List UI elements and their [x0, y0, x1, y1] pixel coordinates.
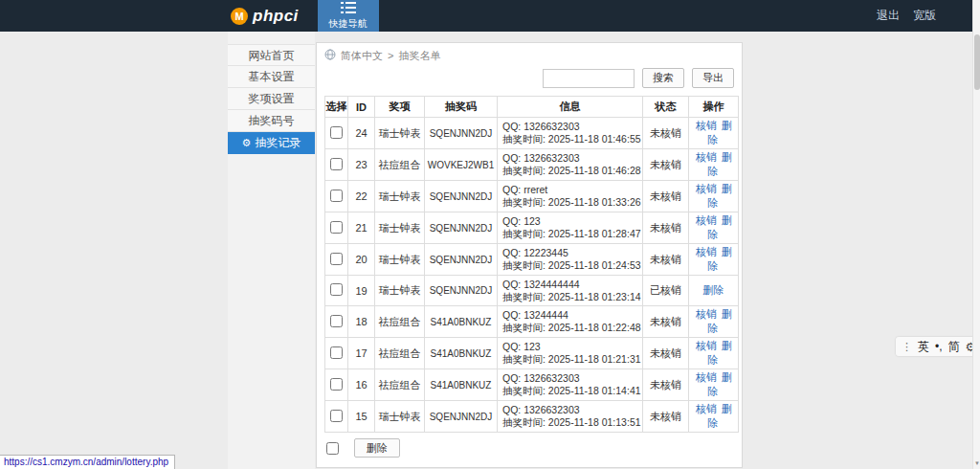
sidebar-item-prize-settings[interactable]: 奖项设置	[228, 88, 315, 110]
brand-logo[interactable]: M phpci	[231, 0, 299, 32]
row-prize: 瑞士钟表	[375, 244, 425, 276]
header-info: 信息	[498, 97, 643, 118]
row-actions: 核销 删除	[689, 118, 739, 149]
drag-handle-icon[interactable]: ⋮	[902, 341, 912, 353]
row-qq: QQ: 1326632303	[502, 404, 637, 416]
sidebar: 网站首页 基本设置 奖项设置 抽奖码号 ⚙抽奖记录	[228, 32, 315, 469]
row-code: SQENJNN2DJ	[425, 244, 498, 276]
row-time: 抽奖时间: 2025-11-18 01:28:47	[502, 228, 637, 240]
verify-link[interactable]: 核销	[696, 371, 717, 383]
row-checkbox[interactable]	[330, 158, 343, 170]
row-status: 未核销	[643, 149, 689, 181]
wide-layout-link[interactable]: 宽版	[913, 8, 936, 24]
row-prize: 祛痘组合	[375, 369, 425, 401]
row-actions: 核销 删除	[689, 244, 739, 276]
row-prize: 瑞士钟表	[375, 276, 425, 306]
scroll-down-icon[interactable]: ▼	[973, 459, 980, 467]
delete-link[interactable]: 删除	[703, 284, 724, 296]
table-row: 22 瑞士钟表 SQENJNN2DJ QQ: rreret 抽奖时间: 2025…	[325, 181, 739, 212]
header-actions: 操作	[689, 97, 739, 118]
row-actions: 核销 删除	[689, 401, 739, 433]
export-button[interactable]: 导出	[692, 68, 734, 88]
row-code: S41A0BNKUZ	[425, 369, 498, 401]
sidebar-item-label: 奖项设置	[249, 92, 295, 105]
table-header-row: 选择 ID 奖项 抽奖码 信息 状态 操作	[325, 97, 739, 118]
row-status: 未核销	[643, 118, 689, 149]
row-checkbox[interactable]	[330, 410, 343, 422]
row-qq: QQ: 1326632303	[502, 121, 637, 133]
sidebar-item-lottery-codes[interactable]: 抽奖码号	[228, 110, 315, 132]
row-checkbox[interactable]	[330, 253, 343, 265]
row-time: 抽奖时间: 2025-11-18 01:14:41	[502, 385, 637, 397]
search-input[interactable]	[543, 69, 635, 88]
row-id: 18	[348, 306, 375, 338]
row-info: QQ: 123 抽奖时间: 2025-11-18 01:21:31	[498, 338, 643, 369]
verify-link[interactable]: 核销	[696, 403, 717, 414]
row-id: 20	[348, 244, 375, 276]
row-time: 抽奖时间: 2025-11-18 01:13:51	[502, 416, 637, 429]
page-go-button[interactable]: go	[625, 467, 647, 468]
row-status: 已核销	[643, 276, 689, 306]
sidebar-item-label: 基本设置	[249, 70, 295, 83]
row-checkbox[interactable]	[330, 221, 343, 234]
row-actions: 核销 删除	[689, 306, 739, 338]
sidebar-item-lottery-records[interactable]: ⚙抽奖记录	[228, 132, 315, 154]
ime-charset-mode[interactable]: 简	[948, 339, 960, 355]
quick-nav-label: 快捷导航	[329, 17, 368, 31]
search-button[interactable]: 搜索	[642, 68, 684, 88]
logo-text: phpci	[253, 7, 299, 26]
table-row: 23 祛痘组合 WOVKEJ2WB1 QQ: 1326632303 抽奖时间: …	[325, 149, 739, 181]
ime-language-mode[interactable]: 英	[918, 339, 929, 355]
verify-link[interactable]: 核销	[696, 214, 717, 226]
row-id: 19	[348, 276, 375, 306]
row-prize: 瑞士钟表	[375, 118, 425, 149]
row-prize: 瑞士钟表	[375, 401, 425, 433]
sidebar-item-basic-settings[interactable]: 基本设置	[228, 66, 315, 88]
row-checkbox[interactable]	[330, 190, 343, 202]
ime-punctuation-mode[interactable]: •,	[935, 340, 943, 353]
verify-link[interactable]: 核销	[696, 120, 717, 131]
row-checkbox[interactable]	[330, 283, 343, 296]
verify-link[interactable]: 核销	[696, 183, 717, 194]
row-time: 抽奖时间: 2025-11-18 01:21:31	[502, 353, 637, 366]
row-status: 未核销	[643, 212, 689, 244]
row-actions: 核销 删除	[689, 369, 739, 401]
row-qq: QQ: 123	[502, 341, 637, 353]
row-status: 未核销	[643, 401, 689, 433]
row-checkbox[interactable]	[330, 378, 343, 391]
header-id: ID	[348, 97, 375, 118]
browser-status-url: https://cs1.cmzym.cn/admin/lottery.php	[0, 455, 175, 469]
logout-link[interactable]: 退出	[877, 8, 900, 24]
vertical-scrollbar[interactable]: ▲ ▼	[972, 0, 980, 469]
verify-link[interactable]: 核销	[696, 151, 717, 163]
row-status: 未核销	[643, 369, 689, 401]
row-time: 抽奖时间: 2025-11-18 01:23:14	[502, 291, 637, 303]
row-code: SQENJNN2DJ	[425, 181, 498, 212]
records-table: 选择 ID 奖项 抽奖码 信息 状态 操作 24 瑞士钟表 SQENJNN2DJ…	[324, 96, 739, 433]
verify-link[interactable]: 核销	[696, 308, 717, 320]
header-status: 状态	[643, 97, 689, 118]
breadcrumb-language[interactable]: 简体中文	[341, 49, 383, 63]
sidebar-item-home[interactable]: 网站首页	[228, 44, 315, 66]
row-qq: QQ: 12223445	[502, 247, 637, 259]
row-qq: QQ: 1324444444	[502, 279, 637, 291]
row-code: SQENJNN2DJ	[425, 401, 498, 433]
scrollbar-thumb[interactable]	[974, 34, 980, 90]
row-id: 23	[348, 149, 375, 181]
verify-link[interactable]: 核销	[696, 340, 717, 351]
row-checkbox[interactable]	[330, 126, 343, 139]
row-qq: QQ: 13244444	[502, 309, 637, 322]
row-id: 24	[348, 118, 375, 149]
sidebar-item-label: 网站首页	[249, 49, 295, 62]
select-all-checkbox[interactable]	[326, 442, 339, 455]
row-info: QQ: 1326632303 抽奖时间: 2025-11-18 01:13:51	[498, 401, 643, 433]
verify-link[interactable]: 核销	[696, 246, 717, 257]
quick-nav-tab[interactable]: 快捷导航	[318, 0, 379, 32]
table-row: 17 祛痘组合 S41A0BNKUZ QQ: 123 抽奖时间: 2025-11…	[325, 338, 739, 369]
bulk-delete-button[interactable]: 删除	[354, 438, 400, 458]
row-time: 抽奖时间: 2025-11-18 01:46:55	[502, 133, 637, 145]
row-checkbox[interactable]	[330, 346, 343, 359]
topbar: M phpci 快捷导航 退出 宽版	[0, 0, 980, 32]
row-code: SQENJNN2DJ	[425, 276, 498, 306]
row-checkbox[interactable]	[330, 315, 343, 327]
